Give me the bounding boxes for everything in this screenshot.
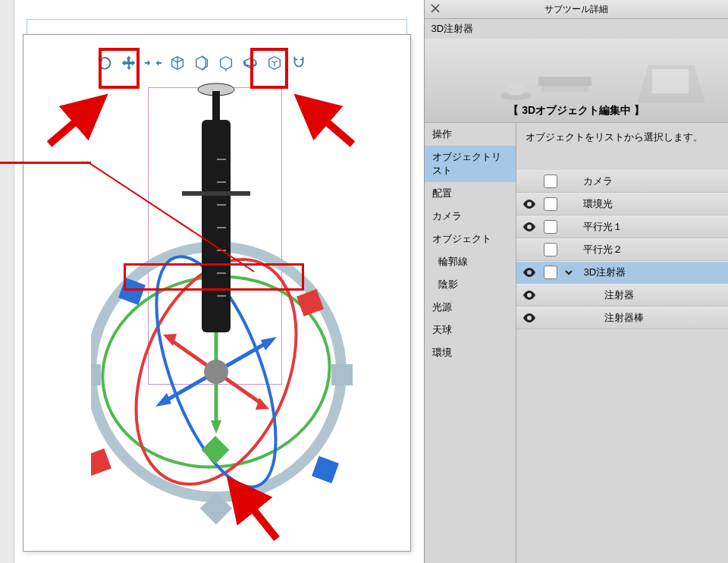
category-item[interactable]: オブジェクト [425,228,516,250]
category-item[interactable]: 光源 [425,296,516,319]
info-text: オブジェクトをリストから選択します。 [516,123,728,170]
svg-point-31 [204,360,228,384]
svg-marker-16 [211,420,221,434]
category-item[interactable]: 陰影 [425,273,516,296]
gizmo-3d-manipulator[interactable] [91,76,406,554]
object-snap-icon[interactable] [216,53,236,73]
camera-rotate-icon[interactable] [95,53,115,73]
object-list: カメラ環境光平行光１平行光２3D注射器注射器注射器棒 [516,170,728,563]
lock-checkbox[interactable] [544,175,557,188]
close-icon[interactable] [429,2,441,14]
svg-rect-27 [91,448,111,476]
svg-rect-30 [202,436,230,464]
object-label: カメラ [580,175,728,188]
svg-point-47 [506,83,526,96]
panel-title: サブツール詳細 [544,3,608,16]
category-list: 操作オブジェクトリスト配置カメラオブジェクト輪郭線陰影光源天球環境 [425,123,516,563]
object-scale-icon[interactable] [265,53,284,73]
svg-rect-34 [202,120,231,332]
panel-header-graphic: 【 3Dオブジェクト編集中 】 [425,39,728,123]
object-label: 平行光２ [580,243,728,256]
svg-rect-44 [538,77,592,86]
lock-checkbox[interactable] [544,243,557,256]
svg-marker-18 [155,393,171,407]
camera-zoom-icon[interactable] [143,53,163,73]
category-item[interactable]: オブジェクトリスト [425,146,516,182]
visibility-icon[interactable] [521,291,538,300]
object-row[interactable]: 注射器棒 [516,307,728,329]
object-move-icon[interactable] [168,53,187,73]
visibility-icon[interactable] [521,200,538,209]
object-row[interactable]: 環境光 [516,193,728,215]
toolbar-3d [95,53,309,73]
chevron-down-icon[interactable] [563,268,574,277]
category-item[interactable]: 輪郭線 [425,250,516,273]
svg-rect-45 [541,86,588,92]
object-row[interactable]: 3D注射器 [516,261,728,284]
svg-rect-9 [331,364,353,385]
visibility-icon[interactable] [521,313,538,322]
category-item[interactable]: 環境 [425,341,516,364]
visibility-icon[interactable] [521,222,538,231]
canvas-area[interactable] [0,0,424,563]
category-item[interactable]: 配置 [425,182,516,205]
tool-name: 3D注射器 [425,19,728,39]
lock-checkbox[interactable] [544,266,557,279]
svg-rect-8 [91,364,101,385]
annotation-underline [0,162,91,164]
object-label: 環境光 [580,197,728,211]
object-label: 平行光１ [580,220,728,234]
object-row[interactable]: カメラ [516,170,728,193]
svg-rect-28 [312,456,339,483]
visibility-icon[interactable] [521,268,538,277]
object-label: 3D注射器 [580,266,728,279]
syringe-3d-object [182,83,250,332]
category-item[interactable]: 天球 [425,319,516,341]
subtool-detail-panel: サブツール詳細 3D注射器 【 3Dオブジェクト編集中 】 操作オブジェクトリス… [424,0,728,563]
svg-rect-35 [182,191,250,196]
camera-pan-icon[interactable] [119,53,139,73]
magnet-icon[interactable] [289,53,309,73]
ruler-vertical [0,0,14,563]
object-row[interactable]: 注射器 [516,284,728,307]
object-label: 注射器棒 [601,311,728,325]
panel-title-bar: サブツール詳細 [425,0,728,19]
svg-marker-20 [261,337,277,351]
object-vertical-rotate-icon[interactable] [192,53,212,73]
lock-checkbox[interactable] [544,220,557,234]
category-item[interactable]: 操作 [425,123,516,146]
svg-rect-48 [652,69,689,93]
lock-checkbox[interactable] [544,197,557,211]
category-item[interactable]: カメラ [425,205,516,228]
object-rotate-icon[interactable] [240,53,260,73]
svg-rect-33 [212,91,220,121]
object-row[interactable]: 平行光１ [516,215,728,238]
object-row[interactable]: 平行光２ [516,238,728,261]
object-label: 注射器 [601,288,728,302]
